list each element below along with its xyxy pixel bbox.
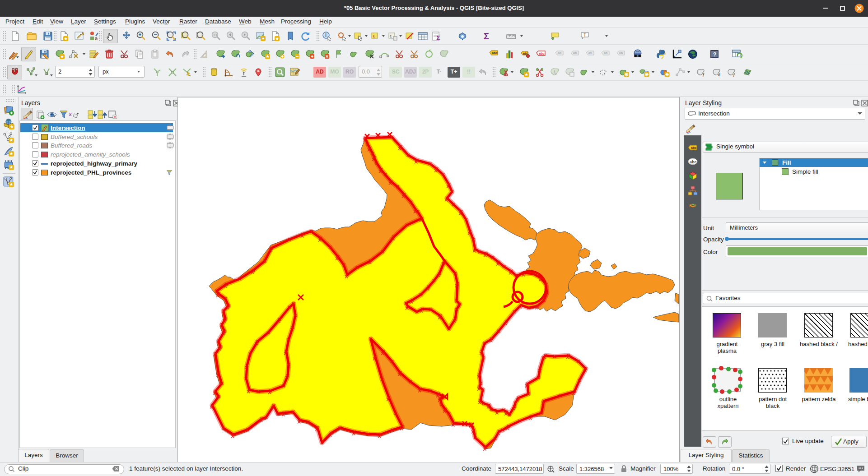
svg-text:ab: ab xyxy=(604,51,607,55)
svg-text:Σ: Σ xyxy=(484,31,489,41)
svg-text:abc: abc xyxy=(539,51,545,55)
svg-text:T: T xyxy=(583,32,586,37)
svg-text:ab: ab xyxy=(619,51,623,55)
svg-text:a: a xyxy=(95,36,98,41)
svg-text:abc: abc xyxy=(691,146,696,149)
svg-text:ƒ: ƒ xyxy=(733,72,735,77)
svg-text:abc: abc xyxy=(690,160,697,164)
svg-text:ε: ε xyxy=(373,33,375,38)
svg-text:?: ? xyxy=(713,51,716,58)
svg-text:1:1: 1:1 xyxy=(214,34,218,37)
svg-text:i: i xyxy=(325,32,327,38)
svg-text:ε: ε xyxy=(390,33,392,38)
svg-text:Σ: Σ xyxy=(436,34,440,42)
svg-text:ƒ: ƒ xyxy=(702,72,705,77)
svg-text:abc: abc xyxy=(492,51,498,55)
svg-text:ab: ab xyxy=(588,51,592,55)
svg-text:d: d xyxy=(718,72,720,77)
svg-text:ab: ab xyxy=(523,52,527,55)
svg-text:ε: ε xyxy=(69,111,72,117)
svg-text:ab: ab xyxy=(558,51,561,55)
svg-text:ab: ab xyxy=(573,51,577,55)
